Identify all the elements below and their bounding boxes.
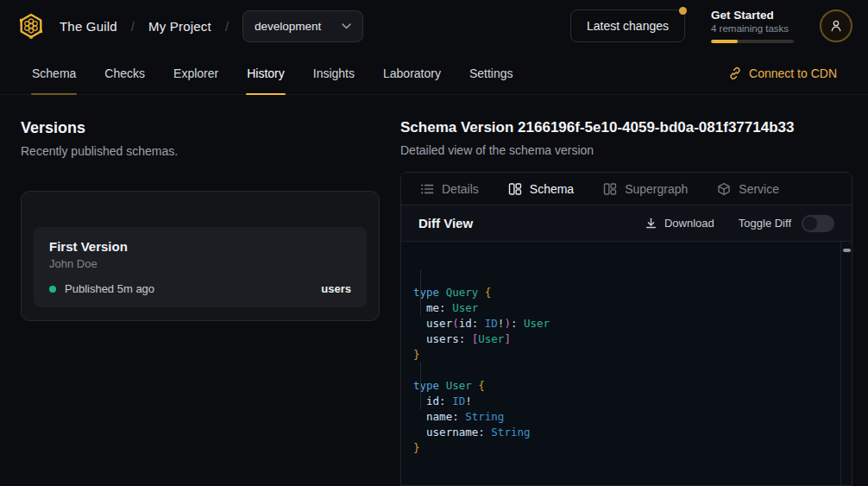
hive-logo-icon (16, 11, 46, 41)
tab-schema[interactable]: Schema (31, 52, 77, 94)
download-icon (645, 217, 657, 230)
tab-laboratory[interactable]: Laboratory (382, 52, 442, 94)
download-label: Download (664, 217, 714, 230)
code-scrollbar[interactable] (840, 242, 852, 485)
versions-title: Versions (21, 119, 380, 137)
columns-icon (603, 182, 617, 196)
app-header: The Guild / My Project / development Lat… (0, 0, 868, 52)
versions-subtitle: Recently published schemas. (21, 144, 380, 158)
person-icon (829, 19, 843, 33)
tab-checks[interactable]: Checks (104, 52, 146, 94)
version-status: Published 5m ago (65, 282, 154, 295)
breadcrumb-project[interactable]: My Project (148, 19, 211, 34)
schema-code-viewer[interactable]: type Query { me: User user(id: ID!): Use… (401, 242, 852, 485)
tab-insights[interactable]: Insights (312, 52, 355, 94)
detail-tab-supergraph[interactable]: Supergraph (603, 182, 688, 196)
get-started-progress-track (711, 40, 794, 43)
toggle-knob (803, 217, 817, 230)
header-right: Latest changes Get Started 4 remaining t… (570, 9, 852, 43)
detail-tab-bar: Details Schema Supergr (401, 173, 852, 205)
connect-to-cdn-link[interactable]: Connect to CDN (728, 52, 837, 94)
diff-view-header: Diff View Download Toggle Diff (401, 205, 852, 242)
toggle-diff-control: Toggle Diff (739, 215, 834, 232)
breadcrumb-separator: / (225, 19, 229, 34)
schema-version-panel: Schema Version 2166196f-5e10-4059-bd0a-0… (400, 95, 868, 486)
target-selector-value: development (255, 20, 321, 33)
primary-nav: Schema Checks Explorer History Insights … (0, 52, 868, 95)
columns-icon (508, 182, 522, 196)
indent-guide (420, 269, 421, 316)
diff-view-title: Diff View (418, 216, 473, 230)
version-status-row: Published 5m ago users (49, 282, 351, 295)
get-started-title: Get Started (711, 9, 794, 22)
version-detail-card: Details Schema Supergr (400, 172, 852, 486)
hive-logo[interactable] (16, 10, 47, 41)
detail-tab-details[interactable]: Details (420, 182, 479, 196)
versions-panel: Versions Recently published schemas. Fir… (0, 95, 400, 486)
link-icon (728, 66, 742, 80)
version-author: John Doe (49, 257, 351, 270)
service-badge: users (321, 282, 351, 295)
detail-tab-schema[interactable]: Schema (508, 182, 574, 196)
versions-list-card: First Version John Doe Published 5m ago … (21, 191, 380, 321)
breadcrumb-separator: / (131, 19, 135, 34)
version-name: First Version (49, 239, 351, 254)
cube-icon (717, 182, 731, 196)
latest-changes-button[interactable]: Latest changes (570, 9, 685, 42)
tab-settings[interactable]: Settings (469, 52, 514, 94)
connect-to-cdn-label: Connect to CDN (749, 66, 837, 80)
schema-version-subtitle: Detailed view of the schema version (400, 143, 852, 157)
detail-tab-service[interactable]: Service (717, 182, 779, 196)
chevron-down-icon (342, 23, 351, 29)
version-list-item[interactable]: First Version John Doe Published 5m ago … (34, 227, 367, 307)
list-icon (420, 182, 434, 196)
code-lines: type Query { me: User user(id: ID!): Use… (413, 285, 829, 456)
main-content: Versions Recently published schemas. Fir… (0, 95, 868, 486)
toggle-diff-switch[interactable] (802, 215, 834, 232)
published-dot-icon (49, 286, 56, 293)
schema-version-title: Schema Version 2166196f-5e10-4059-bd0a-0… (400, 119, 852, 136)
get-started-widget[interactable]: Get Started 4 remaining tasks (711, 9, 794, 43)
diff-view-actions: Download Toggle Diff (645, 215, 834, 232)
breadcrumb: The Guild / My Project / development (60, 10, 363, 42)
target-selector[interactable]: development (242, 10, 363, 42)
get-started-subtitle: 4 remaining tasks (711, 23, 794, 34)
indent-guide (420, 363, 421, 409)
latest-changes-label: Latest changes (587, 19, 669, 33)
user-avatar[interactable] (820, 9, 852, 42)
progress-fill (711, 40, 738, 43)
code-scrollbar-thumb[interactable] (843, 249, 851, 252)
download-button[interactable]: Download (645, 217, 714, 230)
tab-explorer[interactable]: Explorer (173, 52, 219, 94)
notification-dot (679, 7, 687, 15)
breadcrumb-org[interactable]: The Guild (60, 19, 117, 34)
toggle-diff-label: Toggle Diff (739, 217, 791, 230)
tab-history[interactable]: History (246, 52, 286, 94)
